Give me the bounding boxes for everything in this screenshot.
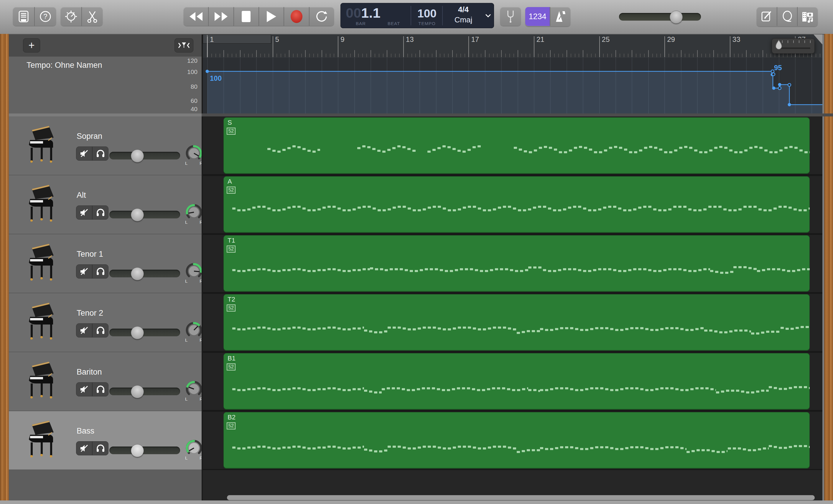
midi-note xyxy=(433,446,436,448)
solo-button[interactable] xyxy=(92,441,108,455)
loop-browser-button[interactable] xyxy=(777,7,797,26)
track-header-a[interactable]: Alt LR xyxy=(9,175,201,234)
track-volume-knob[interactable] xyxy=(131,385,144,398)
solo-button[interactable] xyxy=(92,323,108,337)
forward-button[interactable] xyxy=(208,7,233,26)
mute-button[interactable] xyxy=(76,383,92,396)
ruler-beat-tick xyxy=(563,54,563,57)
add-track-button[interactable]: + xyxy=(23,38,40,52)
rewind-button[interactable] xyxy=(184,7,208,26)
mute-button[interactable] xyxy=(76,323,92,337)
lcd-position-section[interactable]: 001.1 BAR BEAT xyxy=(340,3,411,28)
pan-knob[interactable] xyxy=(185,321,203,340)
track-volume-slider[interactable] xyxy=(109,211,180,218)
quick-help-button[interactable]: ? xyxy=(34,7,56,26)
midi-note xyxy=(623,209,626,211)
timeline-ruler[interactable]: 15913172125293337 xyxy=(203,34,823,58)
lcd-tempo-section[interactable]: 100 TEMPO xyxy=(411,3,443,28)
tempo-track-header[interactable]: Tempo: Ohne Namen 120100806040 xyxy=(9,56,201,114)
tempo-point[interactable] xyxy=(788,103,791,106)
tempo-track-lane[interactable]: 100 95 xyxy=(203,58,823,114)
tempo-point[interactable] xyxy=(778,83,781,86)
pan-knob[interactable] xyxy=(185,145,203,163)
editors-button[interactable] xyxy=(81,7,102,26)
master-volume-knob[interactable] xyxy=(670,10,683,24)
pan-knob[interactable] xyxy=(185,439,203,458)
mute-button[interactable] xyxy=(76,206,92,219)
midi-note xyxy=(660,447,664,449)
pan-knob[interactable] xyxy=(185,381,203,399)
midi-region-a[interactable]: A52 xyxy=(223,176,810,233)
solo-button[interactable] xyxy=(92,265,108,278)
zoom-slider-handle[interactable] xyxy=(774,39,783,52)
pan-knob[interactable] xyxy=(185,204,203,222)
midi-note xyxy=(723,208,727,211)
track-volume-knob[interactable] xyxy=(131,326,144,339)
track-volume-slider[interactable] xyxy=(109,388,180,395)
chevron-down-icon[interactable] xyxy=(485,14,491,18)
track-header-t2[interactable]: Tenor 2 LR xyxy=(9,293,201,352)
tempo-point[interactable] xyxy=(772,73,775,76)
record-button[interactable] xyxy=(284,7,309,26)
track-volume-slider[interactable] xyxy=(109,329,180,336)
smart-controls-button[interactable] xyxy=(61,7,81,26)
filter-tracks-button[interactable] xyxy=(174,38,193,52)
track-volume-knob[interactable] xyxy=(131,149,144,162)
solo-button[interactable] xyxy=(92,383,108,396)
solo-button[interactable] xyxy=(92,206,108,219)
cycle-button[interactable] xyxy=(309,7,334,26)
tempo-automation-curve[interactable] xyxy=(203,58,823,114)
media-browser-button[interactable] xyxy=(797,7,818,26)
metronome-button[interactable] xyxy=(550,7,570,26)
tempo-scale-label: 80 xyxy=(191,83,197,90)
count-in-button[interactable]: 1234 xyxy=(525,7,550,26)
note-pad-button[interactable] xyxy=(757,7,777,26)
tempo-point[interactable] xyxy=(778,87,781,90)
lcd-display[interactable]: 001.1 BAR BEAT 100 TEMPO 4/4 Cmaj xyxy=(340,3,494,28)
master-volume-slider[interactable] xyxy=(619,13,701,21)
catch-up-arrow-icon[interactable] xyxy=(813,34,823,45)
tempo-point[interactable] xyxy=(206,70,209,73)
midi-region-s[interactable]: S52 xyxy=(223,117,810,174)
library-button[interactable] xyxy=(13,7,34,26)
play-button[interactable] xyxy=(259,7,284,26)
controls-button-group xyxy=(61,7,102,26)
track-header-t1[interactable]: Tenor 1 LR xyxy=(9,234,201,293)
midi-note xyxy=(762,269,765,271)
lcd-position-value: 1.1 xyxy=(361,5,380,21)
pan-knob[interactable] xyxy=(185,263,203,281)
midi-note xyxy=(267,148,270,150)
midi-note xyxy=(303,148,306,150)
midi-note xyxy=(700,327,704,329)
tuner-button[interactable] xyxy=(500,7,521,26)
tempo-point[interactable] xyxy=(771,70,774,73)
track-volume-slider[interactable] xyxy=(109,447,180,454)
lcd-key-section[interactable]: 4/4 Cmaj xyxy=(443,3,494,28)
stop-button[interactable] xyxy=(234,7,259,26)
midi-region-b1[interactable]: B152 xyxy=(223,353,810,410)
track-volume-slider[interactable] xyxy=(109,270,180,277)
midi-region-t2[interactable]: T252 xyxy=(223,294,810,351)
solo-button[interactable] xyxy=(92,147,108,160)
track-volume-knob[interactable] xyxy=(131,267,144,280)
horizontal-scrollbar[interactable] xyxy=(227,495,815,500)
tempo-point[interactable] xyxy=(772,87,776,90)
tempo-point[interactable] xyxy=(788,83,791,86)
track-volume-knob[interactable] xyxy=(131,208,144,221)
midi-region-b2[interactable]: B252 xyxy=(223,412,810,469)
track-instrument-icon xyxy=(24,360,59,403)
track-header-b1[interactable]: Bariton LR xyxy=(9,352,201,411)
mute-button[interactable] xyxy=(76,147,92,160)
filter-icon xyxy=(178,41,190,49)
mute-button[interactable] xyxy=(76,265,92,278)
midi-note xyxy=(353,328,356,330)
track-header-s[interactable]: Sopran LR xyxy=(9,116,201,175)
track-header-b2[interactable]: Bass LR xyxy=(9,411,201,470)
mute-button[interactable] xyxy=(76,441,92,455)
playhead[interactable] xyxy=(207,35,208,57)
track-volume-knob[interactable] xyxy=(131,444,144,457)
midi-region-t1[interactable]: T152 xyxy=(223,235,810,292)
track-volume-slider[interactable] xyxy=(109,152,180,160)
zoom-slider[interactable] xyxy=(772,38,815,54)
ruler-tick xyxy=(387,50,387,57)
